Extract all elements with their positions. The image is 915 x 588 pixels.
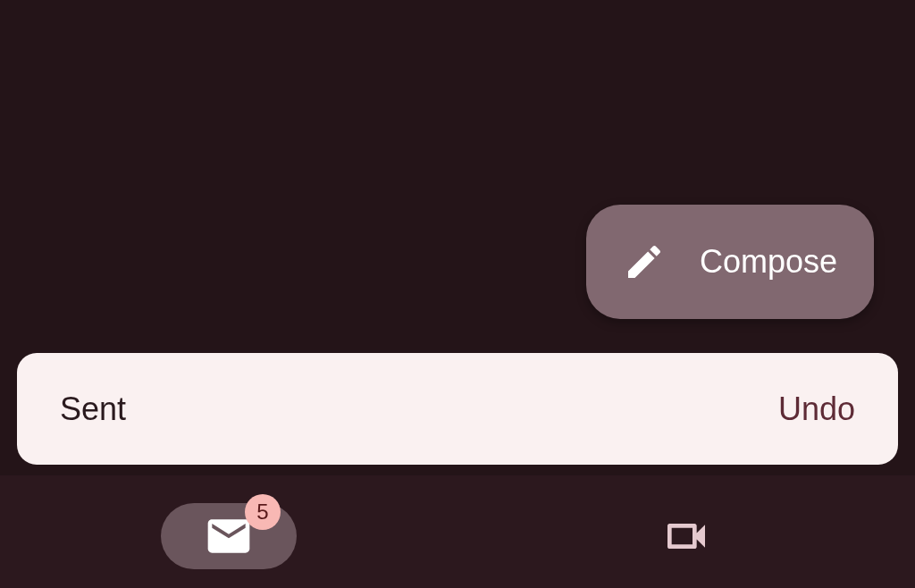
snackbar-message: Sent bbox=[60, 391, 126, 428]
compose-label: Compose bbox=[700, 243, 837, 281]
nav-item-video[interactable] bbox=[597, 503, 776, 569]
pencil-icon bbox=[623, 240, 666, 283]
undo-button[interactable]: Undo bbox=[778, 391, 855, 428]
nav-pill bbox=[618, 503, 754, 569]
nav-item-mail[interactable]: 5 bbox=[139, 503, 318, 569]
compose-button[interactable]: Compose bbox=[586, 205, 874, 319]
snackbar: Sent Undo bbox=[17, 353, 898, 465]
bottom-navigation: 5 bbox=[0, 475, 915, 588]
nav-pill-active: 5 bbox=[161, 503, 297, 569]
mail-badge: 5 bbox=[245, 494, 281, 530]
video-icon bbox=[661, 511, 711, 561]
